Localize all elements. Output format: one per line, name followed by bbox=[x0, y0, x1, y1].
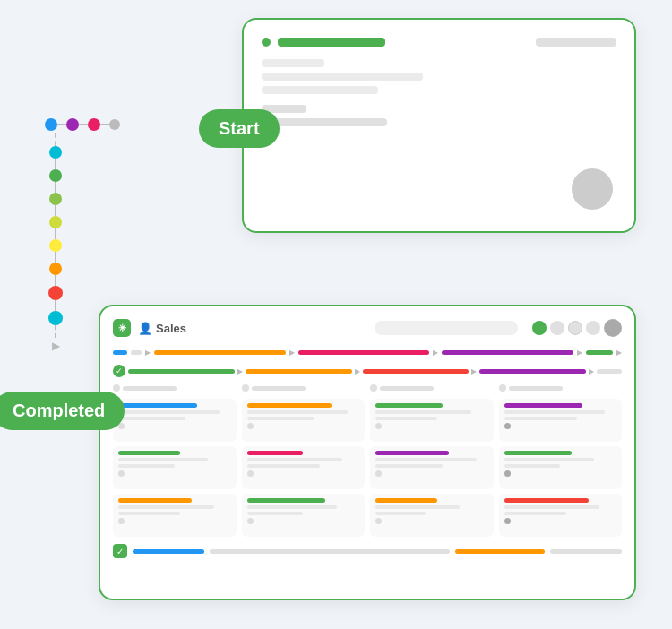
light-bar bbox=[262, 86, 378, 94]
card-item bbox=[113, 446, 237, 489]
dash bbox=[79, 124, 88, 125]
progress-gray bbox=[597, 369, 622, 374]
dot bbox=[504, 423, 511, 429]
content-block2 bbox=[262, 105, 616, 126]
check-mark: ✓ bbox=[116, 366, 123, 375]
col-label bbox=[252, 386, 306, 391]
col-header-1 bbox=[113, 384, 237, 392]
dot-lime bbox=[49, 216, 62, 228]
item-bar-sm bbox=[118, 512, 180, 515]
item-bar-sm bbox=[375, 464, 443, 468]
card-item bbox=[242, 494, 366, 537]
arrow-right2: ▶ bbox=[289, 349, 295, 357]
board-col-4 bbox=[499, 384, 623, 537]
content-block1 bbox=[262, 59, 616, 94]
bottom-bar-gray bbox=[210, 549, 450, 554]
completed-badge: Completed bbox=[0, 392, 125, 430]
item-bar-purple bbox=[375, 451, 449, 455]
bottom-bar-gray2 bbox=[550, 549, 622, 554]
card-item bbox=[242, 446, 366, 489]
col-label bbox=[509, 386, 563, 391]
dot bbox=[504, 470, 511, 477]
item-bar-orange bbox=[118, 498, 192, 503]
avatar bbox=[572, 168, 613, 210]
completed-card: Completed ✳ 👤 Sales ▶ ▶ ▶ ▶ ▶ ✓ bbox=[99, 305, 636, 600]
item-bar-sm bbox=[504, 512, 566, 515]
hd-gray1 bbox=[550, 321, 564, 335]
item-bar-sm bbox=[504, 464, 561, 468]
start-row1 bbox=[262, 38, 616, 47]
dash bbox=[100, 124, 109, 125]
item-dots bbox=[247, 518, 360, 524]
dot bbox=[247, 470, 254, 477]
sl-orange bbox=[154, 350, 286, 355]
item-bar-sm bbox=[375, 512, 426, 515]
app-header: ✳ 👤 Sales bbox=[113, 319, 622, 337]
sl-green bbox=[586, 350, 613, 355]
dot-chain-vertical: ▶ bbox=[48, 133, 63, 352]
card-item bbox=[370, 446, 494, 489]
dash-v bbox=[55, 205, 56, 216]
hd-green bbox=[532, 321, 547, 335]
item-dots bbox=[247, 423, 360, 429]
board-col-1 bbox=[113, 384, 237, 537]
item-dots bbox=[118, 470, 231, 477]
arrow-right3: ▶ bbox=[433, 349, 438, 357]
dot bbox=[504, 518, 511, 524]
item-bar-green bbox=[247, 498, 326, 503]
item-bar-sm bbox=[118, 458, 208, 461]
arrow-right5: ▶ bbox=[616, 349, 622, 357]
item-bar-green bbox=[504, 451, 572, 455]
item-bar-pink bbox=[247, 451, 304, 455]
item-dots bbox=[504, 423, 617, 429]
dot-chain-horizontal bbox=[45, 118, 120, 131]
progress-purple bbox=[479, 369, 586, 374]
card-item bbox=[499, 494, 623, 537]
item-bar-orange bbox=[375, 498, 437, 503]
dash-v bbox=[55, 228, 56, 239]
item-bar-sm bbox=[375, 417, 437, 420]
search-bar[interactable] bbox=[375, 321, 518, 335]
arrow: ▶ bbox=[589, 367, 594, 375]
col-header-3 bbox=[370, 384, 494, 392]
arrow: ▶ bbox=[471, 367, 477, 375]
item-bar-sm bbox=[375, 458, 477, 461]
dot-gray bbox=[109, 119, 120, 130]
card-item bbox=[370, 399, 494, 442]
card-item bbox=[242, 399, 366, 442]
item-dots bbox=[504, 518, 617, 524]
card-item bbox=[113, 494, 237, 537]
item-bar-sm bbox=[375, 410, 471, 414]
dot bbox=[375, 423, 382, 429]
sl-pink bbox=[298, 350, 430, 355]
item-bar-sm bbox=[375, 505, 460, 509]
item-bar-blue bbox=[118, 403, 197, 408]
green-square: ✓ bbox=[113, 544, 127, 558]
item-bar-sm bbox=[247, 458, 343, 461]
item-bar-sm bbox=[118, 417, 185, 420]
col-dot bbox=[113, 384, 120, 392]
light-bar bbox=[262, 73, 423, 81]
gray-bar bbox=[262, 118, 387, 126]
header-dots bbox=[532, 319, 622, 337]
item-bar-red bbox=[504, 498, 589, 503]
item-dots bbox=[118, 518, 231, 524]
start-badge: Start bbox=[199, 109, 280, 148]
col-label bbox=[123, 386, 177, 391]
gray-bar bbox=[536, 38, 616, 47]
item-dots bbox=[118, 423, 231, 429]
item-bar-sm bbox=[247, 464, 321, 468]
sl-purple bbox=[442, 350, 573, 355]
dot bbox=[375, 518, 382, 524]
dot-pink bbox=[88, 118, 100, 131]
item-bar-sm bbox=[118, 410, 220, 414]
dot bbox=[375, 470, 382, 477]
progress-green bbox=[128, 369, 235, 374]
dot bbox=[118, 470, 125, 477]
person-icon: 👤 bbox=[138, 322, 152, 335]
dot-lgreen bbox=[49, 193, 62, 205]
sl-g1 bbox=[131, 350, 142, 355]
hd-gray3 bbox=[586, 321, 600, 335]
card-item bbox=[499, 446, 623, 489]
dash-v bbox=[55, 159, 56, 169]
